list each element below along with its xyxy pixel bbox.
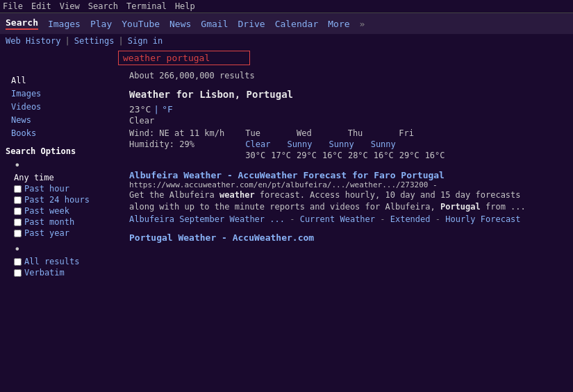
past-24-checkbox[interactable] [14, 196, 22, 204]
result-type-videos[interactable]: Videos [6, 100, 124, 113]
nav-gmail[interactable]: Gmail [201, 19, 228, 29]
past-year-option[interactable]: Past year [14, 228, 124, 239]
nav-more[interactable]: More [328, 19, 349, 29]
any-time-option[interactable]: Any time [14, 172, 124, 183]
past-month-label: Past month [24, 217, 74, 227]
menu-edit[interactable]: Edit [31, 1, 51, 11]
nav-sep1: | [65, 36, 69, 46]
past-week-checkbox[interactable] [14, 207, 22, 215]
search-box-row [0, 48, 573, 68]
forecast-hi-thu: 28°C [348, 151, 368, 160]
past-month-checkbox[interactable] [14, 219, 22, 226]
nav-sep2: | [119, 36, 124, 46]
menu-view[interactable]: View [60, 1, 80, 11]
weather-current-col: Wind: NE at 11 km/h Humidity: 29% [129, 128, 224, 160]
verbatim-checkbox[interactable] [14, 269, 22, 277]
forecast-lo-thu: 16°C [374, 151, 394, 160]
past-week-option[interactable]: Past week [14, 205, 124, 216]
result-1: Albufeira Weather - AccuWeather Forecast… [129, 170, 567, 224]
verbatim-option[interactable]: Verbatim [14, 267, 124, 278]
search-input[interactable] [118, 51, 250, 65]
nav-calendar[interactable]: Calendar [275, 19, 319, 29]
past-year-checkbox[interactable] [14, 230, 22, 237]
result-1-title[interactable]: Albufeira Weather - AccuWeather Forecast… [129, 170, 567, 180]
result-type-news[interactable]: News [6, 113, 124, 126]
result-2-title[interactable]: Portugal Weather - AccuWeather.com [129, 232, 567, 243]
weather-temp-c: 23°C [129, 104, 151, 114]
any-time-label: Any time [14, 173, 54, 182]
past-year-label: Past year [24, 228, 69, 238]
weather-temp-f: °F [162, 104, 173, 114]
result-type-all[interactable]: All [6, 74, 124, 87]
bullet-time: • [14, 159, 21, 172]
forecast-day-tue: Tue [245, 128, 260, 138]
sublink-sep1: - [290, 214, 299, 224]
sidebar: All Images Videos News Books Search Opti… [6, 71, 124, 278]
result-1-url: https://www.accuweather.com/en/pt/albufe… [129, 180, 567, 189]
menu-terminal[interactable]: Terminal [126, 1, 167, 11]
forecast-conditions-row: Clear Sunny Sunny Sunny [245, 139, 445, 149]
nav-sign-in[interactable]: Sign in [128, 36, 163, 46]
results-area: About 266,000,000 results Weather for Li… [124, 71, 567, 278]
results-count: About 266,000,000 results [129, 71, 567, 86]
snippet-bold-weather: weather [219, 190, 255, 200]
nav-settings[interactable]: Settings [74, 36, 115, 46]
nav-more-arrow: » [360, 19, 365, 29]
past-24-label: Past 24 hours [24, 195, 90, 205]
forecast-cond-wed: Sunny [287, 139, 312, 149]
all-results-checkbox[interactable] [14, 258, 22, 266]
menubar: File Edit View Search Terminal Help [0, 0, 573, 13]
nav-youtube[interactable]: YouTube [122, 19, 160, 29]
nav-images[interactable]: Images [48, 19, 81, 29]
result-1-snippet: Get the Albufeira weather forecast. Acce… [129, 189, 567, 213]
nav-search[interactable]: Search [6, 17, 38, 30]
google-navbar: Search Images Play YouTube News Gmail Dr… [0, 13, 573, 34]
result-2: Portugal Weather - AccuWeather.com [129, 232, 567, 243]
forecast-cond-thu: Sunny [329, 139, 354, 149]
bullet-type: • [14, 243, 21, 256]
main-content: All Images Videos News Books Search Opti… [0, 68, 573, 281]
weather-forecast-cols: Tue Wed Thu Fri Clear Sunny Sunny Sunny … [245, 128, 445, 160]
weather-desc: Clear [129, 116, 567, 126]
nav-news[interactable]: News [169, 19, 191, 29]
past-24-option[interactable]: Past 24 hours [14, 194, 124, 205]
result-1-sublinks[interactable]: Albufeira September Weather ... - Curren… [129, 214, 567, 224]
result-type-images[interactable]: Images [6, 87, 124, 100]
sublink-current[interactable]: Current Weather [300, 214, 375, 224]
forecast-cond-tue: Clear [245, 139, 270, 149]
nav-web-history[interactable]: Web History [6, 36, 60, 46]
forecast-day-wed: Wed [297, 128, 312, 138]
forecast-day-fri: Fri [399, 128, 414, 138]
menu-help[interactable]: Help [175, 1, 195, 11]
past-hour-option[interactable]: Past hour [14, 183, 124, 194]
sublink-extended[interactable]: Extended [390, 214, 431, 224]
all-results-option[interactable]: All results [14, 256, 124, 267]
weather-forecast-row: Wind: NE at 11 km/h Humidity: 29% Tue We… [129, 128, 567, 160]
sublink-september[interactable]: Albufeira September Weather ... [129, 214, 285, 224]
forecast-lo-wed: 16°C [322, 151, 342, 160]
nav-play[interactable]: Play [90, 19, 112, 29]
sublink-hourly[interactable]: Hourly Forecast [445, 214, 520, 224]
weather-sep: | [153, 104, 159, 114]
sublink-sep3: - [435, 214, 445, 224]
menu-file[interactable]: File [3, 1, 23, 11]
forecast-days-row: Tue Wed Thu Fri [245, 128, 445, 138]
forecast-lo-tue: 17°C [271, 151, 291, 160]
past-hour-checkbox[interactable] [14, 185, 22, 193]
all-results-label: All results [24, 257, 79, 266]
past-hour-label: Past hour [24, 184, 69, 194]
forecast-cond-fri: Sunny [371, 139, 396, 149]
forecast-temps-row: 30°C 17°C 29°C 16°C 28°C 16°C 29°C 16°C [245, 151, 445, 160]
past-week-label: Past week [24, 206, 69, 216]
snippet-part4: from ... [481, 202, 526, 212]
nav-drive[interactable]: Drive [238, 19, 265, 29]
past-month-option[interactable]: Past month [14, 216, 124, 228]
forecast-lo-fri: 16°C [425, 151, 445, 160]
bullet-section-type: • All results Verbatim [6, 243, 124, 278]
weather-wind-label: Wind: NE at 11 km/h [129, 128, 224, 139]
forecast-hi-tue: 30°C [245, 151, 265, 160]
snippet-bold-portugal: Portugal [440, 202, 481, 212]
result-type-books[interactable]: Books [6, 126, 124, 139]
menu-search[interactable]: Search [88, 1, 118, 11]
forecast-hi-wed: 29°C [297, 151, 317, 160]
